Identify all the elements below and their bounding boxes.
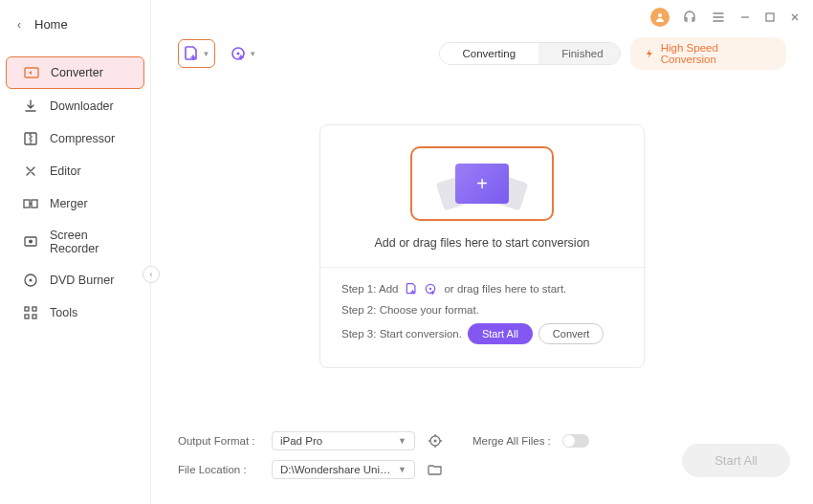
svg-rect-13 — [766, 13, 774, 21]
sidebar-item-merger[interactable]: Merger — [6, 188, 144, 219]
output-format-value: iPad Pro — [280, 435, 322, 447]
nav-label: Converter — [51, 66, 103, 79]
convert-button[interactable]: Convert — [538, 323, 604, 344]
downloader-icon — [23, 99, 38, 114]
svg-point-5 — [29, 240, 33, 244]
home-label: Home — [34, 17, 68, 32]
menu-icon[interactable] — [710, 9, 727, 26]
svg-rect-8 — [25, 307, 29, 311]
chevron-down-icon: ▼ — [398, 436, 406, 446]
tab-converting[interactable]: Converting — [440, 43, 539, 64]
svg-point-19 — [434, 440, 437, 443]
compressor-icon — [23, 131, 38, 146]
step-1: Step 1: Add or drag files here to start. — [341, 281, 623, 296]
sidebar-item-editor[interactable]: Editor — [6, 156, 144, 186]
minimize-button[interactable] — [738, 11, 752, 24]
step-3: Step 3: Start conversion. Start All Conv… — [341, 323, 623, 344]
maximize-button[interactable] — [763, 11, 777, 24]
step-2: Step 2: Choose your format. — [341, 304, 623, 316]
collapse-sidebar-button[interactable]: ‹ — [143, 266, 160, 283]
drop-text: Add or drag files here to start conversi… — [320, 236, 644, 250]
nav-label: Compressor — [50, 132, 115, 145]
format-settings-button[interactable] — [427, 432, 444, 449]
home-button[interactable]: ‹ Home — [0, 10, 150, 39]
chevron-down-icon: ▼ — [202, 50, 209, 58]
nav-label: Downloader — [50, 99, 114, 113]
file-location-select[interactable]: D:\Wondershare UniConverter 1 ▼ — [272, 460, 415, 479]
sidebar-item-converter[interactable]: Converter — [6, 56, 144, 89]
svg-point-15 — [237, 53, 240, 55]
sidebar-item-downloader[interactable]: Downloader — [6, 91, 144, 121]
step2-text: Step 2: Choose your format. — [341, 304, 479, 316]
add-dvd-icon[interactable] — [423, 281, 438, 296]
svg-point-12 — [658, 13, 662, 17]
titlebar — [151, 0, 813, 34]
avatar[interactable] — [650, 8, 670, 27]
add-file-icon[interactable] — [404, 281, 419, 296]
file-location-value: D:\Wondershare UniConverter 1 — [280, 464, 398, 475]
svg-rect-9 — [33, 307, 36, 311]
step3-text: Step 3: Start conversion. — [341, 328, 462, 340]
close-button[interactable] — [788, 11, 802, 24]
chevron-down-icon: ▼ — [249, 50, 256, 58]
add-dvd-button[interactable]: ▼ — [225, 39, 262, 68]
start-all-button[interactable]: Start All — [468, 323, 533, 344]
folder-add-icon: + — [455, 164, 509, 204]
sidebar-item-dvd-burner[interactable]: DVD Burner — [6, 265, 144, 296]
start-all-main-button[interactable]: Start All — [682, 444, 790, 477]
add-dvd-icon — [230, 45, 247, 62]
back-icon: ‹ — [17, 18, 21, 32]
dvd-burner-icon — [23, 273, 38, 288]
support-icon[interactable] — [681, 9, 698, 26]
merge-toggle[interactable] — [562, 434, 589, 448]
nav-label: Screen Recorder — [50, 229, 127, 255]
hsc-label: High Speed Conversion — [661, 42, 773, 65]
chevron-down-icon: ▼ — [398, 465, 406, 474]
svg-rect-11 — [33, 315, 36, 318]
output-format-select[interactable]: iPad Pro ▼ — [272, 431, 415, 450]
svg-rect-3 — [32, 200, 37, 208]
merge-label: Merge All Files : — [472, 435, 551, 447]
footer: Output Format : iPad Pro ▼ Merge All Fil… — [151, 420, 813, 504]
file-location-label: File Location : — [178, 464, 260, 475]
tab-finished[interactable]: Finished — [538, 43, 621, 64]
nav-label: Editor — [50, 164, 81, 178]
main-area: ▼ ▼ Converting Finished High Speed Conve… — [151, 0, 813, 504]
content-area: + Add or drag files here to start conver… — [151, 73, 813, 420]
nav-label: Tools — [50, 306, 77, 319]
nav-label: DVD Burner — [50, 274, 114, 287]
nav-label: Merger — [50, 197, 88, 210]
converter-icon — [24, 65, 39, 80]
sidebar-item-compressor[interactable]: Compressor — [6, 123, 144, 154]
steps-panel: Step 1: Add or drag files here to start.… — [320, 267, 644, 344]
step1-suffix: or drag files here to start. — [444, 283, 566, 295]
screen-recorder-icon — [23, 234, 38, 250]
svg-point-17 — [429, 288, 431, 290]
sidebar-item-tools[interactable]: Tools — [6, 297, 144, 328]
drop-zone[interactable]: + — [410, 146, 554, 221]
step1-prefix: Step 1: Add — [341, 283, 398, 295]
svg-rect-10 — [25, 315, 29, 318]
high-speed-conversion-button[interactable]: High Speed Conversion — [630, 37, 786, 70]
drop-card: + Add or drag files here to start conver… — [319, 124, 645, 368]
output-format-label: Output Format : — [178, 435, 260, 447]
tools-icon — [23, 305, 38, 320]
svg-rect-2 — [24, 200, 30, 208]
sidebar: ‹ Home Converter Downloader Compressor E… — [0, 0, 151, 504]
merger-icon — [23, 196, 38, 211]
svg-point-7 — [30, 279, 33, 282]
status-tabs: Converting Finished — [439, 42, 622, 65]
sidebar-item-screen-recorder[interactable]: Screen Recorder — [6, 221, 144, 263]
editor-icon — [23, 164, 38, 179]
add-file-icon — [183, 45, 200, 62]
open-folder-button[interactable] — [427, 461, 444, 478]
lightning-icon — [644, 48, 655, 59]
add-file-button[interactable]: ▼ — [178, 39, 215, 68]
toolbar: ▼ ▼ Converting Finished High Speed Conve… — [151, 34, 813, 73]
